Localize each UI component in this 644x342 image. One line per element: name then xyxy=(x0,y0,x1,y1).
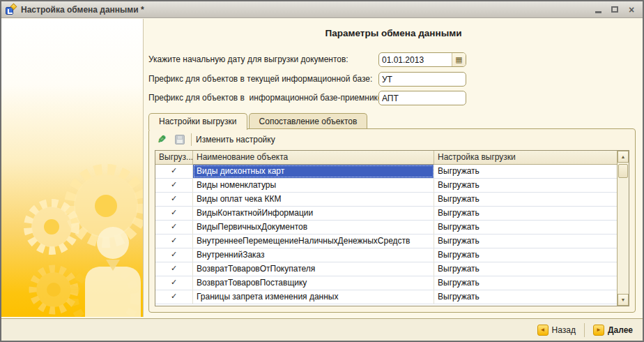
row-setting-cell[interactable]: Выгружать xyxy=(434,262,617,276)
prefix-target-input[interactable] xyxy=(379,91,466,105)
row-check-icon[interactable]: ✓ xyxy=(155,165,193,178)
save-setting-button[interactable] xyxy=(173,133,187,147)
table-row[interactable]: ✓ ВнутреннееПеремещениеНаличныхДенежныхС… xyxy=(155,235,617,248)
wizard-page: Параметры обмена данными Укажите начальн… xyxy=(144,19,643,317)
row-name-cell[interactable]: ВнутреннийЗаказ xyxy=(193,248,434,262)
table-row[interactable]: ✓ ВозвратТоваровПоставщику Выгружать xyxy=(155,276,617,290)
edit-setting-button[interactable]: ✎ xyxy=(155,133,169,147)
table-row[interactable]: ✓ ВнутреннийЗаказ Выгружать xyxy=(155,248,617,262)
footer-separator xyxy=(584,323,585,337)
objects-table: Выгруз... Наименование объекта Настройка… xyxy=(155,150,629,306)
row-name-cell[interactable]: Границы запрета изменения данных xyxy=(193,290,434,304)
table-body: ✓ Виды дисконтных карт Выгружать ✓ Виды … xyxy=(155,165,617,306)
save-disk-icon xyxy=(175,135,185,144)
row-setting-cell[interactable]: Выгружать xyxy=(434,221,617,234)
row-name-cell[interactable]: Виды оплат чека ККМ xyxy=(193,193,434,206)
close-icon: × xyxy=(629,5,634,15)
table-toolbar: ✎ Изменить настройку xyxy=(155,132,275,147)
row-name-cell[interactable]: ВозвратТоваровПоставщику xyxy=(193,276,434,290)
back-button-label: Назад xyxy=(552,325,576,335)
row-check-icon[interactable]: ✓ xyxy=(155,276,193,290)
row-check-icon[interactable]: ✓ xyxy=(155,179,193,192)
window-title: Настройка обмена данными * xyxy=(21,5,591,15)
row-name-cell[interactable]: ВозвратТоваровОтПокупателя xyxy=(193,262,434,276)
maximize-button[interactable] xyxy=(608,4,622,15)
calendar-button[interactable]: ▦ xyxy=(452,53,466,66)
calendar-icon: ▦ xyxy=(455,55,462,64)
header-object-name[interactable]: Наименование объекта xyxy=(193,151,434,164)
scroll-up-icon: ▲ xyxy=(621,154,626,159)
row-check-icon[interactable]: ✓ xyxy=(155,290,193,304)
pencil-icon: ✎ xyxy=(158,133,167,146)
edit-setting-label[interactable]: Изменить настройку xyxy=(196,135,275,144)
titlebar: Настройка обмена данными * × xyxy=(1,1,643,18)
start-date-input[interactable] xyxy=(379,53,452,66)
app-window: Настройка обмена данными * × xyxy=(0,0,644,342)
row-check-icon[interactable]: ✓ xyxy=(155,207,193,220)
scroll-up-button[interactable]: ▲ xyxy=(618,151,629,163)
tab-export-settings[interactable]: Настройки выгрузки xyxy=(148,113,247,130)
row-check-icon[interactable]: ✓ xyxy=(155,193,193,206)
tab-object-mapping[interactable]: Сопоставление объектов xyxy=(249,113,368,130)
table-row[interactable]: ✓ Виды дисконтных карт Выгружать xyxy=(155,165,617,179)
form-row-prefix-current: Префикс для объектов в текущей информаци… xyxy=(148,72,636,87)
row-check-icon[interactable]: ✓ xyxy=(155,262,193,276)
scroll-down-icon: ▼ xyxy=(621,297,626,302)
prefix-current-label: Префикс для объектов в текущей информаци… xyxy=(148,74,372,84)
row-name-cell[interactable]: Виды дисконтных карт xyxy=(193,165,434,178)
row-name-cell[interactable]: ВнутреннееПеремещениеНаличныхДенежныхСре… xyxy=(193,235,434,248)
row-setting-cell[interactable]: Выгружать xyxy=(434,193,617,206)
next-button[interactable]: ► Далее xyxy=(590,323,636,337)
scroll-down-button[interactable]: ▼ xyxy=(618,294,629,306)
prefix-current-input[interactable] xyxy=(379,73,466,86)
window-controls: × xyxy=(591,4,638,15)
close-button[interactable]: × xyxy=(624,4,638,15)
wizard-footer: ◄ Назад ► Далее xyxy=(1,318,643,341)
app-1c-icon xyxy=(6,4,17,15)
next-arrow-icon: ► xyxy=(593,325,604,336)
header-export-flag[interactable]: Выгруз... xyxy=(155,151,193,164)
table-row[interactable]: ✓ ВозвратТоваровОтПокупателя Выгружать xyxy=(155,262,617,276)
back-arrow-icon: ◄ xyxy=(537,325,549,336)
toolbar-separator xyxy=(191,133,192,146)
next-button-label: Далее xyxy=(608,325,633,335)
row-setting-cell[interactable]: Выгружать xyxy=(434,165,617,178)
row-setting-cell[interactable]: Выгружать xyxy=(434,248,617,262)
maximize-icon xyxy=(611,6,618,13)
row-setting-cell[interactable]: Выгружать xyxy=(434,276,617,290)
prefix-target-field xyxy=(378,91,466,105)
scrollbar-thumb[interactable] xyxy=(618,164,628,178)
row-check-icon[interactable]: ✓ xyxy=(155,235,193,248)
table-row[interactable]: ✓ ВидыПервичныхДокументов Выгружать xyxy=(155,221,617,235)
row-name-cell[interactable]: ВидыПервичныхДокументов xyxy=(193,221,434,234)
table-row[interactable]: ✓ Виды оплат чека ККМ Выгружать xyxy=(155,193,617,207)
minimize-button[interactable] xyxy=(591,4,605,15)
row-name-cell[interactable]: ВидыКонтактнойИнформации xyxy=(193,207,434,220)
header-export-setting[interactable]: Настройка выгрузки xyxy=(434,151,617,164)
sidebar-artwork xyxy=(1,19,144,317)
table-row[interactable]: ✓ Границы запрета изменения данных Выгру… xyxy=(155,290,617,304)
row-setting-cell[interactable]: Выгружать xyxy=(434,179,617,192)
vertical-scrollbar[interactable]: ▲ ▼ xyxy=(617,151,629,306)
prefix-current-field xyxy=(378,72,466,87)
row-check-icon[interactable]: ✓ xyxy=(155,248,193,262)
start-date-field: ▦ xyxy=(378,52,466,67)
back-button[interactable]: ◄ Назад xyxy=(535,323,578,337)
row-setting-cell[interactable]: Выгружать xyxy=(434,290,617,304)
row-setting-cell[interactable]: Выгружать xyxy=(434,235,617,248)
row-setting-cell[interactable]: Выгружать xyxy=(434,207,617,220)
row-name-cell[interactable]: Виды номенклатуры xyxy=(193,179,434,192)
tab-bar: Настройки выгрузки Сопоставление объекто… xyxy=(148,112,367,129)
table-row[interactable]: ✓ Виды номенклатуры Выгружать xyxy=(155,179,617,193)
form-row-start-date: Укажите начальную дату для выгрузки доку… xyxy=(148,52,636,68)
page-title: Параметры обмена данными xyxy=(144,28,643,38)
prefix-target-label: Префикс для объектов в информационной ба… xyxy=(148,93,385,103)
table-row[interactable]: ✓ ВидыКонтактнойИнформации Выгружать xyxy=(155,207,617,221)
table-header: Выгруз... Наименование объекта Настройка… xyxy=(155,151,617,165)
row-check-icon[interactable]: ✓ xyxy=(155,221,193,234)
form-row-prefix-target: Префикс для объектов в информационной ба… xyxy=(148,91,636,106)
start-date-label: Укажите начальную дату для выгрузки доку… xyxy=(148,54,348,64)
export-settings-panel: ✎ Изменить настройку Выгруз... Наименова… xyxy=(148,128,636,313)
gears-person-illustration xyxy=(1,154,144,317)
minimize-icon xyxy=(595,11,601,13)
